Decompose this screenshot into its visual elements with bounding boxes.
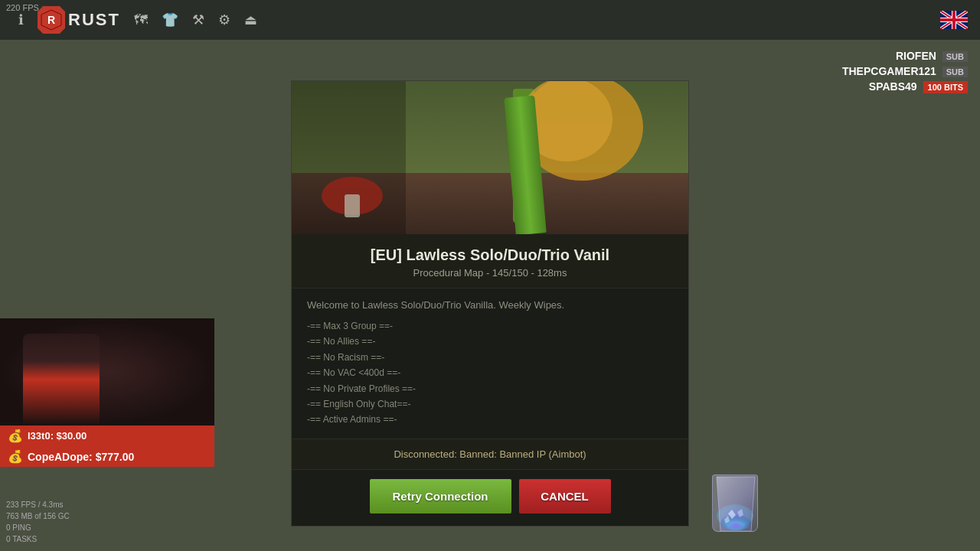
cam-person bbox=[23, 334, 100, 425]
stat-fps: 233 FPS / 4.3ms bbox=[6, 499, 70, 510]
language-flag[interactable] bbox=[940, 11, 968, 29]
server-scene-svg bbox=[292, 81, 688, 234]
sub-item-1: RIOFEN SUB bbox=[842, 50, 968, 62]
glass-decoration bbox=[704, 474, 766, 543]
exit-icon[interactable]: ⏏ bbox=[244, 11, 257, 28]
rule-4: -== No VAC <400d ==- bbox=[307, 365, 673, 380]
rust-logo[interactable]: R RUST bbox=[38, 6, 120, 34]
server-info: Procedural Map - 145/150 - 128ms bbox=[307, 267, 673, 279]
sub-item-2: THEPCGAMER121 SUB bbox=[842, 65, 968, 77]
topbar-icons: ℹ R RUST 🗺 👕 ⚒ ⚙ ⏏ bbox=[18, 6, 257, 34]
sub-item-3: SPABS49 100 BITS bbox=[842, 80, 968, 93]
disconnect-text: Disconnected: Banned: Banned IP (Aimbot) bbox=[394, 448, 586, 460]
info-icon[interactable]: ℹ bbox=[18, 11, 24, 28]
svg-point-19 bbox=[720, 515, 751, 530]
streamer-cam bbox=[0, 318, 214, 425]
donation-1: 💰 l33t0: $30.00 bbox=[0, 425, 214, 446]
bits-badge: 100 BITS bbox=[923, 81, 968, 93]
donation-2-text: CopeADope: $777.00 bbox=[28, 451, 134, 463]
dialog-title-area: [EU] Lawless Solo/Duo/Trio Vanil Procedu… bbox=[292, 234, 688, 288]
server-welcome: Welcome to Lawless Solo/Duo/Trio Vanilla… bbox=[307, 299, 673, 311]
svg-rect-18 bbox=[292, 81, 406, 234]
svg-text:R: R bbox=[47, 14, 55, 26]
dialog-buttons: Retry Connection CANCEL bbox=[292, 469, 688, 526]
svg-point-15 bbox=[521, 81, 612, 161]
rust-logo-label: RUST bbox=[68, 10, 120, 30]
rule-1: -== Max 3 Group ==- bbox=[307, 318, 673, 334]
streamer-panel: 💰 l33t0: $30.00 💰 CopeADope: $777.00 bbox=[0, 318, 214, 467]
donation-icon-1: 💰 bbox=[8, 429, 23, 443]
svg-rect-10 bbox=[940, 18, 968, 21]
settings-icon[interactable]: ⚙ bbox=[218, 11, 230, 28]
sub-badge-2: SUB bbox=[942, 67, 968, 77]
bottom-stats: 233 FPS / 4.3ms 763 MB of 156 GC 0 PING … bbox=[6, 499, 70, 545]
server-image bbox=[292, 81, 688, 234]
map-icon[interactable]: 🗺 bbox=[134, 12, 148, 28]
rule-6: -== English Only Chat==- bbox=[307, 396, 673, 412]
glass-svg bbox=[713, 475, 758, 532]
sub-badge-1: SUB bbox=[942, 51, 968, 62]
donation-1-text: l33t0: $30.00 bbox=[28, 430, 87, 442]
donation-2: 💰 CopeADope: $777.00 bbox=[0, 446, 214, 467]
svg-rect-13 bbox=[513, 89, 534, 223]
dialog-body: Welcome to Lawless Solo/Duo/Trio Vanilla… bbox=[292, 288, 688, 439]
crafting-icon[interactable]: ⚒ bbox=[192, 11, 204, 28]
topbar-right bbox=[940, 11, 968, 29]
server-rules: -== Max 3 Group ==- -== No Allies ==- -=… bbox=[307, 318, 673, 428]
retry-connection-button[interactable]: Retry Connection bbox=[370, 479, 511, 514]
stat-ping: 0 PING bbox=[6, 522, 70, 533]
stat-memory: 763 MB of 156 GC bbox=[6, 510, 70, 522]
rule-7: -== Active Admins ==- bbox=[307, 412, 673, 427]
donation-icon-2: 💰 bbox=[8, 449, 23, 464]
rule-2: -== No Allies ==- bbox=[307, 334, 673, 349]
server-name: [EU] Lawless Solo/Duo/Trio Vanil bbox=[307, 246, 673, 264]
rust-logo-icon: R bbox=[38, 6, 65, 34]
disconnect-banner: Disconnected: Banned: Banned IP (Aimbot) bbox=[292, 439, 688, 469]
sub-notifications: RIOFEN SUB THEPCGAMER121 SUB SPABS49 100… bbox=[842, 50, 968, 96]
rule-5: -== No Private Profiles ==- bbox=[307, 381, 673, 396]
cancel-button[interactable]: CANCEL bbox=[519, 479, 611, 514]
server-dialog: [EU] Lawless Solo/Duo/Trio Vanil Procedu… bbox=[291, 80, 689, 527]
stat-tasks: 0 TASKS bbox=[6, 533, 70, 545]
topbar: 220 FPS ℹ R RUST 🗺 👕 ⚒ ⚙ ⏏ bbox=[0, 0, 980, 40]
glass-shape bbox=[712, 474, 758, 532]
shirt-icon[interactable]: 👕 bbox=[162, 11, 178, 28]
rule-3: -== No Racism ==- bbox=[307, 350, 673, 365]
